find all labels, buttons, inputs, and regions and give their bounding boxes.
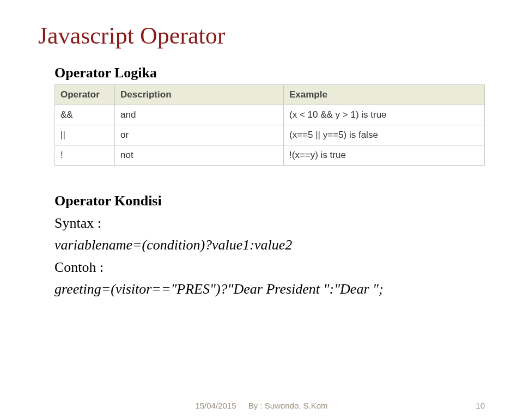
section-heading-logika: Operator Logika [54, 65, 485, 81]
cell-example: (x==5 || y==5) is false [284, 125, 485, 145]
example-label: Contoh : [54, 257, 485, 278]
cell-description: or [115, 125, 284, 145]
syntax-code: variablename=(condition)?value1:value2 [54, 234, 485, 256]
th-operator: Operator [55, 85, 115, 105]
cell-description: not [115, 145, 284, 166]
syntax-label: Syntax : [54, 212, 485, 234]
slide-footer: 15/04/2015 By : Suwondo, S.Kom 10 [0, 401, 523, 410]
cell-example: (x < 10 && y > 1) is true [284, 105, 485, 125]
table-header-row: Operator Description Example [55, 85, 485, 105]
footer-page-number: 10 [476, 401, 485, 410]
cell-operator: || [55, 125, 115, 145]
table-row: || or (x==5 || y==5) is false [55, 125, 485, 145]
footer-date: 15/04/2015 [195, 401, 236, 410]
footer-author: By : Suwondo, S.Kom [248, 401, 328, 410]
cell-example: !(x==y) is true [284, 145, 485, 166]
cell-operator: && [55, 105, 115, 125]
th-description: Description [115, 85, 284, 105]
table-row: && and (x < 10 && y > 1) is true [55, 105, 485, 125]
th-example: Example [284, 85, 485, 105]
operator-table: Operator Description Example && and (x <… [54, 84, 485, 166]
cell-operator: ! [55, 145, 115, 166]
table-row: ! not !(x==y) is true [55, 145, 485, 166]
page-title: Javascript Operator [38, 22, 485, 50]
cell-description: and [115, 105, 284, 125]
example-code: greeting=(visitor=="PRES")?"Dear Preside… [54, 278, 485, 300]
section-heading-kondisi: Operator Kondisi [54, 193, 485, 209]
